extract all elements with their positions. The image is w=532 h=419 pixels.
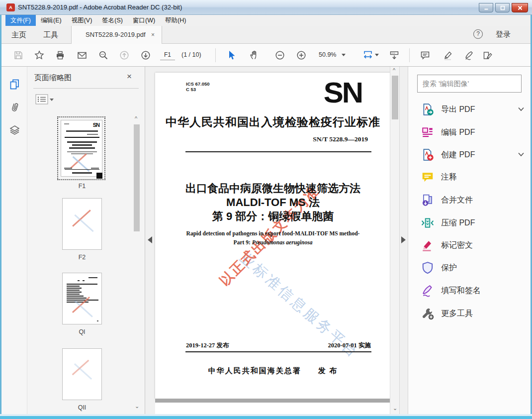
- reading-mode-icon[interactable]: [389, 50, 399, 60]
- save-icon[interactable]: [13, 50, 23, 60]
- thumbnail-options-button[interactable]: [35, 94, 54, 105]
- highlighter-icon[interactable]: [443, 50, 453, 60]
- sn-logo: SN: [324, 77, 362, 109]
- minimize-button[interactable]: [479, 3, 493, 12]
- tools-search-input[interactable]: [417, 75, 522, 93]
- tool-more-tools[interactable]: 更多工具: [417, 303, 528, 324]
- menu-help[interactable]: 帮助(H): [160, 15, 191, 26]
- tool-edit-pdf[interactable]: 编辑 PDF: [417, 121, 528, 143]
- standard-header: 中华人民共和国出入境检验检疫行业标准: [155, 114, 391, 130]
- tab-home[interactable]: 主页: [11, 30, 26, 40]
- title-cn-line2: MALDI-TOF MS 法: [155, 195, 391, 210]
- attachments-paperclip-icon[interactable]: [9, 102, 20, 113]
- panel-title: 页面缩略图: [34, 73, 72, 83]
- page-thumbnail[interactable]: SN: [61, 120, 102, 177]
- collapse-right-panel-arrow[interactable]: [401, 236, 406, 243]
- tab-document[interactable]: SNT5228.9-2019.pdf ×: [71, 26, 162, 44]
- email-icon[interactable]: [77, 50, 87, 60]
- menu-bar: 文件(F) 编辑(E) 视图(V) 签名(S) 窗口(W) 帮助(H): [1, 15, 531, 26]
- page-thumbnails-panel: 页面缩略图 × SN F1: [27, 67, 145, 414]
- pdf-page-1[interactable]: ICS 67.050 C 53 SN 中华人民共和国出入境检验检疫行业标准 SN…: [155, 73, 391, 399]
- document-view[interactable]: ICS 67.050 C 53 SN 中华人民共和国出入境检验检疫行业标准 SN…: [145, 67, 408, 414]
- navigation-rail: [1, 67, 27, 414]
- panel-scrollbar-thumb[interactable]: [134, 124, 140, 231]
- page-number-input[interactable]: F1: [160, 50, 175, 60]
- menu-edit[interactable]: 编辑(E): [36, 15, 67, 26]
- window-border: [0, 416, 532, 419]
- search-icon[interactable]: [98, 50, 108, 60]
- tool-protect[interactable]: 保护: [417, 257, 528, 279]
- thumbnail-label[interactable]: QI: [62, 328, 102, 335]
- page-thumbnails-rail-icon[interactable]: [9, 79, 20, 90]
- panel-scroll-down-icon[interactable]: ⌄: [135, 403, 139, 410]
- fit-width-icon[interactable]: [363, 50, 373, 60]
- menu-sign[interactable]: 签名(S): [97, 15, 128, 26]
- tool-label: 填写和签名: [441, 286, 481, 296]
- fill-sign-tool-icon[interactable]: [483, 50, 493, 60]
- zoom-out-icon[interactable]: [275, 50, 285, 60]
- tab-tools[interactable]: 工具: [43, 30, 58, 40]
- compress-pdf-icon: [421, 216, 434, 229]
- certify-sign-icon[interactable]: [464, 50, 474, 60]
- window-title: SNT5228.9-2019.pdf - Adobe Acrobat Reade…: [18, 3, 182, 11]
- comment-icon[interactable]: [420, 50, 430, 60]
- thumbnail-label[interactable]: F1: [62, 183, 102, 190]
- select-pointer-icon[interactable]: [226, 50, 236, 60]
- panel-scroll-up-icon[interactable]: ^: [135, 115, 137, 121]
- tool-label: 注释: [441, 172, 457, 183]
- tool-compress-pdf[interactable]: 压缩 PDF: [417, 212, 528, 234]
- tab-close-icon[interactable]: ×: [151, 31, 155, 38]
- scroll-down-icon[interactable]: ⌄: [393, 405, 397, 412]
- toolbar-separator: [409, 48, 410, 62]
- thumbnail-label[interactable]: F2: [62, 254, 102, 261]
- star-favorites-icon[interactable]: [34, 50, 44, 60]
- scroll-up-icon[interactable]: ^: [393, 67, 395, 73]
- redact-icon: [421, 239, 434, 252]
- collapse-left-panel-arrow[interactable]: [148, 236, 152, 243]
- menu-file[interactable]: 文件(F): [5, 15, 36, 26]
- tool-label: 导出 PDF: [441, 105, 475, 115]
- date-line: 2019-12-27 发布 2020-07-01 实施: [186, 341, 371, 350]
- menu-window[interactable]: 窗口(W): [128, 15, 160, 26]
- scrollbar-thumb[interactable]: [392, 76, 398, 119]
- layers-icon[interactable]: [9, 124, 20, 136]
- print-icon[interactable]: [55, 50, 65, 60]
- close-icon: [517, 5, 523, 10]
- pdf-page-2[interactable]: [155, 403, 391, 414]
- main-toolbar: F1 (1 / 10) 50.9%: [1, 44, 531, 67]
- zoom-level-value[interactable]: 50.9%: [319, 51, 336, 58]
- tool-comment[interactable]: 注释: [417, 166, 528, 188]
- page-thumbnail[interactable]: [62, 348, 102, 400]
- chevron-down-icon[interactable]: [518, 106, 525, 112]
- tool-export-pdf[interactable]: 导出 PDF: [417, 99, 528, 120]
- tool-create-pdf[interactable]: 创建 PDF: [417, 144, 528, 166]
- tool-redact[interactable]: 标记密文: [417, 234, 528, 256]
- panel-close-icon[interactable]: ×: [127, 72, 132, 82]
- title-bar[interactable]: A SNT5228.9-2019.pdf - Adobe Acrobat Rea…: [0, 0, 532, 15]
- previous-page-icon: [119, 50, 129, 60]
- thumbnail-resize-handle[interactable]: [96, 173, 102, 179]
- tool-label: 更多工具: [441, 309, 473, 319]
- protect-shield-icon: [421, 261, 434, 274]
- chevron-down-icon[interactable]: [518, 151, 525, 157]
- maximize-button[interactable]: [495, 3, 510, 12]
- close-button[interactable]: [512, 3, 528, 12]
- application-window: A SNT5228.9-2019.pdf - Adobe Acrobat Rea…: [0, 0, 532, 419]
- thumbnail-label[interactable]: QII: [62, 404, 102, 411]
- toolbar-separator: [215, 48, 216, 62]
- document-scrollbar[interactable]: ^ ⌄: [390, 67, 400, 414]
- tool-label: 创建 PDF: [441, 150, 475, 160]
- zoom-in-icon[interactable]: [296, 50, 306, 60]
- fit-dropdown-arrow[interactable]: [375, 54, 379, 56]
- sign-in-link[interactable]: 登录: [496, 30, 511, 39]
- tool-fill-sign[interactable]: 填写和签名: [417, 280, 528, 302]
- page-thumbnail[interactable]: [62, 198, 102, 250]
- zoom-dropdown-arrow[interactable]: [342, 54, 346, 56]
- menu-view[interactable]: 视图(V): [67, 15, 97, 26]
- hand-tool-icon[interactable]: [249, 50, 259, 60]
- page-thumbnail[interactable]: [62, 273, 102, 324]
- help-button[interactable]: ?: [473, 29, 483, 39]
- tool-label: 压缩 PDF: [441, 218, 475, 228]
- next-page-icon[interactable]: [141, 50, 151, 60]
- tool-combine-files[interactable]: 合并文件: [417, 189, 528, 211]
